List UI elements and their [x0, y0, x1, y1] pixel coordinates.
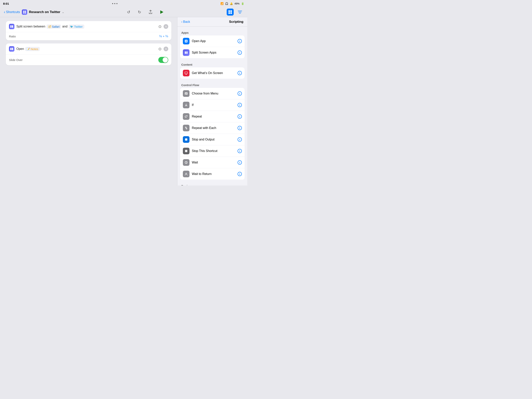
split-screen-apps-item[interactable]: Split Screen Apps i [180, 47, 245, 58]
split-screen-apps-info-button[interactable]: i [238, 51, 242, 55]
audio-icon: 🔔 [230, 2, 233, 5]
and-text: and [62, 25, 68, 28]
panel-title: Scripting [229, 20, 243, 24]
svg-rect-3 [25, 12, 26, 13]
repeat-with-each-info-button[interactable]: i [238, 126, 242, 130]
wait-to-return-info-button[interactable]: i [238, 172, 242, 176]
ratio-label: Ratio [9, 35, 16, 38]
nav-left: ‹ Shortcuts Research on Twitter ⌄ [4, 9, 64, 15]
split-screen-text: Split screen between [16, 25, 45, 28]
panel-back-button[interactable]: ‹ Back [181, 20, 190, 24]
ratio-value[interactable]: ⅓ + ⅔ [159, 34, 168, 38]
get-whats-on-screen-item[interactable]: Get What's On Screen i [180, 67, 245, 79]
nav-back-label: Shortcuts [6, 10, 20, 14]
add-action-button[interactable] [227, 9, 234, 16]
back-chevron-icon: ‹ [4, 10, 5, 14]
repeat-item[interactable]: Repeat i [180, 111, 245, 122]
wait-label: Wait [192, 161, 235, 164]
svg-rect-6 [228, 12, 230, 14]
nav-back-button[interactable]: ‹ Shortcuts [4, 10, 20, 14]
choose-from-menu-info-button[interactable]: i [238, 91, 242, 96]
stop-and-output-icon [183, 136, 190, 143]
wait-to-return-item[interactable]: Wait to Return i [180, 168, 245, 180]
panel-back-label: Back [183, 20, 190, 24]
open-notes-title: Open 📝 Notes [16, 47, 40, 51]
open-notes-header: Open 📝 Notes ⊙ ✕ [6, 44, 171, 54]
get-whats-on-screen-info-button[interactable]: i [238, 71, 242, 75]
open-app-item[interactable]: Open App i [180, 35, 245, 47]
svg-rect-2 [23, 12, 24, 13]
split-screen-apps-label: Split Screen Apps [192, 51, 235, 54]
open-notes-close-button[interactable]: ✕ [164, 46, 168, 51]
run-button[interactable] [158, 9, 165, 16]
content-section-list: Get What's On Screen i [180, 67, 245, 79]
filter-button[interactable] [236, 9, 243, 16]
choose-from-menu-icon [183, 90, 190, 97]
stop-and-output-item[interactable]: Stop and Output i [180, 134, 245, 145]
split-screen-body: Ratio ⅓ + ⅔ [6, 32, 171, 40]
split-screen-action-card: Split screen between 🧭 Safari and 🐦 Twit… [6, 21, 171, 40]
if-item[interactable]: If i [180, 99, 245, 111]
nav-right-actions [227, 9, 243, 16]
status-time: 8:01 [3, 2, 9, 5]
title-chevron-icon: ⌄ [62, 11, 64, 14]
content-section-header: Content [177, 61, 247, 67]
repeat-with-each-item[interactable]: Repeat with Each i [180, 122, 245, 134]
split-screen-icon [9, 24, 14, 29]
repeat-icon [183, 113, 190, 120]
repeat-info-button[interactable]: i [238, 114, 242, 119]
wait-info-button[interactable]: i [238, 160, 242, 165]
panel-back-chevron-icon: ‹ [181, 20, 182, 24]
if-info-button[interactable]: i [238, 103, 242, 107]
safari-token[interactable]: 🧭 Safari [47, 25, 61, 29]
apps-section-list: Open App i Split Screen Apps i [180, 35, 245, 58]
stop-this-shortcut-info-button[interactable]: i [238, 149, 242, 153]
control-flow-section-list: Choose from Menu i If i [180, 88, 245, 180]
open-notes-action-card: Open 📝 Notes ⊙ ✕ Slide Over [6, 44, 171, 65]
open-app-icon [183, 38, 190, 45]
svg-rect-1 [25, 11, 26, 12]
scripting-panel: ‹ Back Scripting Apps Open App i [177, 17, 247, 186]
repeat-label: Repeat [192, 115, 235, 118]
split-screen-expand-button[interactable]: ⊙ [158, 24, 162, 29]
stop-this-shortcut-label: Stop This Shortcut [192, 149, 235, 153]
notes-token[interactable]: 📝 Notes [25, 47, 40, 51]
main-layout: Split screen between 🧭 Safari and 🐦 Twit… [0, 17, 247, 186]
split-screen-title: Split screen between 🧭 Safari and 🐦 Twit… [16, 25, 84, 29]
svg-rect-12 [12, 25, 13, 28]
top-nav: ‹ Shortcuts Research on Twitter ⌄ ↺ ↻ [0, 7, 247, 17]
status-bar: 8:01 📶 🎧 🔔 49% 🔋 [0, 0, 247, 7]
shortcut-title: Research on Twitter [29, 10, 60, 14]
wait-icon [183, 159, 190, 166]
slide-over-toggle[interactable] [158, 57, 168, 63]
nav-center-actions: ↺ ↻ [126, 9, 165, 16]
get-whats-on-screen-icon [183, 70, 190, 76]
undo-button[interactable]: ↺ [126, 9, 132, 15]
share-button[interactable] [147, 9, 154, 15]
stop-this-shortcut-item[interactable]: Stop This Shortcut i [180, 145, 245, 157]
open-app-info-button[interactable]: i [238, 39, 242, 43]
toggle-thumb [163, 57, 168, 63]
split-screen-apps-icon [183, 49, 190, 56]
notes-icon: 📝 [27, 48, 30, 51]
svg-rect-4 [228, 10, 230, 12]
choose-from-menu-label: Choose from Menu [192, 92, 235, 95]
battery-icon: 🔋 [241, 2, 244, 5]
svg-rect-14 [12, 48, 13, 50]
status-center [112, 3, 117, 4]
twitter-token[interactable]: 🐦 Twitter [69, 25, 84, 29]
app-icon [22, 9, 27, 15]
redo-button[interactable]: ↻ [137, 9, 143, 15]
wait-item[interactable]: Wait i [180, 157, 245, 168]
split-screen-left: Split screen between 🧭 Safari and 🐦 Twit… [9, 24, 158, 29]
wifi-icon: 📶 [221, 2, 223, 5]
split-screen-header: Split screen between 🧭 Safari and 🐦 Twit… [6, 21, 171, 32]
repeat-with-each-label: Repeat with Each [192, 126, 235, 130]
svg-rect-5 [230, 10, 232, 12]
stop-and-output-info-button[interactable]: i [238, 137, 242, 142]
split-screen-close-button[interactable]: ✕ [164, 24, 168, 29]
status-dot-3 [116, 3, 117, 4]
open-notes-expand-button[interactable]: ⊙ [158, 46, 162, 51]
open-notes-icon [9, 46, 14, 52]
choose-from-menu-item[interactable]: Choose from Menu i [180, 88, 245, 99]
